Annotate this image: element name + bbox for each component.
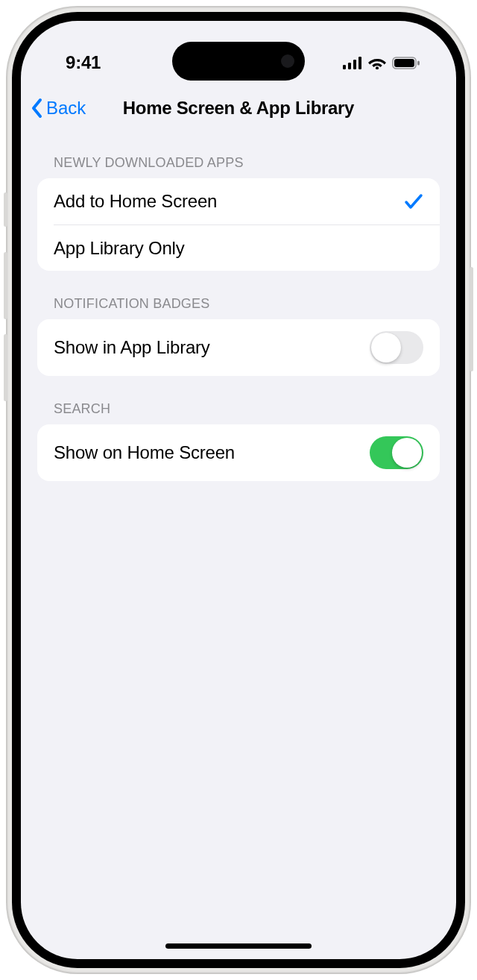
option-label: App Library Only (54, 238, 185, 259)
row-show-on-home-screen: Show on Home Screen (37, 424, 440, 481)
group-newly-downloaded: Add to Home Screen App Library Only (37, 178, 440, 271)
back-button[interactable]: Back (30, 97, 86, 119)
checkmark-icon (404, 192, 423, 210)
cellular-icon (343, 57, 362, 69)
chevron-left-icon (30, 97, 45, 119)
row-label: Show on Home Screen (54, 442, 235, 463)
toggle-knob (392, 438, 422, 468)
svg-rect-6 (394, 59, 414, 67)
power-button (470, 267, 473, 371)
toggle-show-in-app-library[interactable] (370, 331, 423, 364)
dynamic-island (172, 42, 305, 81)
volume-up-button (4, 252, 7, 319)
back-label: Back (46, 98, 86, 119)
battery-icon (392, 57, 420, 69)
status-time: 9:41 (66, 52, 101, 73)
nav-bar: Back Home Screen & App Library (21, 88, 456, 130)
group-search: Show on Home Screen (37, 424, 440, 481)
svg-rect-2 (353, 60, 356, 69)
option-app-library-only[interactable]: App Library Only (54, 224, 440, 271)
svg-point-4 (376, 66, 379, 69)
svg-rect-7 (417, 60, 420, 65)
wifi-icon (368, 57, 386, 69)
svg-rect-1 (348, 63, 351, 69)
option-label: Add to Home Screen (54, 191, 217, 212)
section-header-notification-badges: NOTIFICATION BADGES (37, 271, 440, 319)
status-indicators (343, 57, 420, 69)
screen: 9:41 (21, 21, 456, 959)
row-label: Show in App Library (54, 337, 210, 358)
phone-frame: 9:41 (6, 6, 471, 974)
phone-bezel: 9:41 (12, 12, 465, 968)
group-notification-badges: Show in App Library (37, 319, 440, 376)
settings-content: NEWLY DOWNLOADED APPS Add to Home Screen… (21, 130, 456, 481)
side-button (4, 192, 7, 227)
option-add-to-home-screen[interactable]: Add to Home Screen (37, 178, 440, 224)
svg-rect-0 (343, 65, 346, 69)
toggle-knob (371, 333, 401, 362)
home-indicator[interactable] (165, 943, 312, 949)
row-show-in-app-library: Show in App Library (37, 319, 440, 376)
toggle-show-on-home-screen[interactable] (370, 436, 423, 469)
section-header-search: SEARCH (37, 376, 440, 424)
volume-down-button (4, 334, 7, 401)
page-title: Home Screen & App Library (123, 98, 354, 119)
svg-rect-3 (358, 57, 361, 69)
section-header-newly-downloaded: NEWLY DOWNLOADED APPS (37, 130, 440, 178)
